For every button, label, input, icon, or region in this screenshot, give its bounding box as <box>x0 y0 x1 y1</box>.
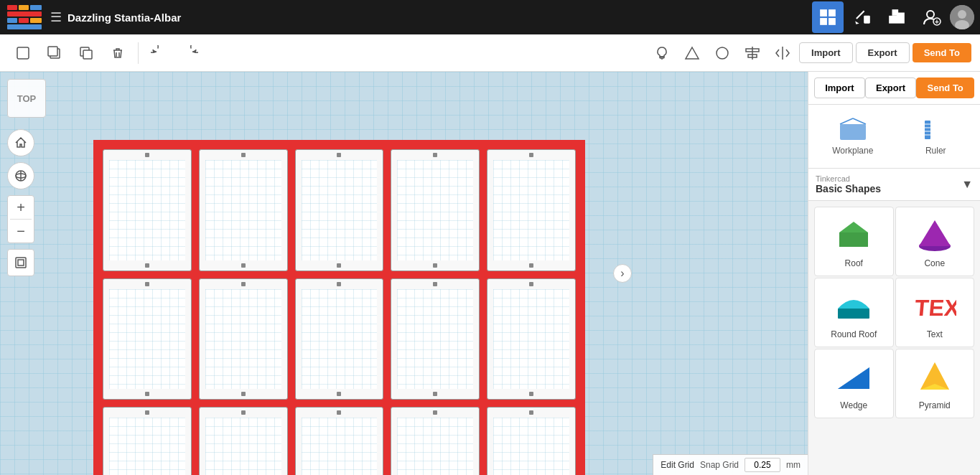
lightbulb-icon[interactable] <box>648 39 676 67</box>
svg-rect-16 <box>892 9 899 16</box>
undo-btn[interactable] <box>144 39 173 67</box>
svg-point-17 <box>927 11 934 18</box>
red-block <box>93 140 585 475</box>
zoom-out-btn[interactable]: − <box>8 220 34 243</box>
delete-btn[interactable] <box>103 39 132 67</box>
svg-rect-7 <box>30 18 42 23</box>
right-panel: Import Export Send To Workplane <box>808 72 980 475</box>
svg-rect-53 <box>838 309 869 319</box>
svg-rect-25 <box>48 47 57 56</box>
svg-rect-14 <box>889 16 897 24</box>
blocks-mode-btn[interactable] <box>881 1 913 33</box>
main-area: TOP <box>0 72 980 475</box>
home-btn[interactable] <box>7 129 34 156</box>
new-btn[interactable] <box>9 39 37 67</box>
list-icon[interactable]: ☰ <box>50 9 62 25</box>
redo-btn[interactable] <box>176 39 205 67</box>
svg-rect-13 <box>864 16 870 24</box>
shapes-header: Tinkercad Basic Shapes ▼ <box>808 169 980 201</box>
svg-rect-2 <box>19 5 29 10</box>
round-roof-icon <box>832 286 875 325</box>
roof-icon <box>832 215 875 254</box>
roof-label: Roof <box>845 258 863 268</box>
mirror-icon[interactable] <box>769 39 796 67</box>
svg-rect-8 <box>7 24 42 29</box>
circle-icon[interactable] <box>709 39 736 67</box>
svg-marker-52 <box>919 220 951 246</box>
cone-icon <box>913 215 956 254</box>
workplane-label: Workplane <box>832 146 873 156</box>
svg-point-31 <box>717 47 728 59</box>
svg-rect-6 <box>19 18 29 23</box>
edit-grid-label[interactable]: Edit Grid <box>661 460 694 470</box>
shapes-grid: Roof Cone <box>808 201 980 424</box>
add-user-btn[interactable]: + <box>915 1 947 33</box>
align-icon[interactable] <box>739 39 766 67</box>
wedge-label: Wedge <box>840 400 867 410</box>
svg-line-43 <box>853 118 866 124</box>
svg-text:+: + <box>935 18 939 26</box>
shape-icon[interactable] <box>678 39 706 67</box>
svg-rect-11 <box>820 18 827 25</box>
text-label: Text <box>927 329 943 339</box>
svg-rect-28 <box>660 57 664 58</box>
svg-rect-10 <box>829 9 836 17</box>
shapes-dropdown[interactable]: ▼ <box>961 178 973 191</box>
export-btn[interactable]: Export <box>856 42 910 63</box>
copy-btn[interactable] <box>40 39 69 67</box>
duplicate-btn[interactable] <box>72 39 101 67</box>
shape-item-wedge[interactable]: Wedge <box>814 349 894 418</box>
shape-item-text[interactable]: TEXT Text <box>895 278 975 347</box>
svg-rect-4 <box>7 11 42 17</box>
svg-rect-23 <box>17 47 29 59</box>
svg-rect-3 <box>30 5 42 10</box>
send-to-btn[interactable]: Send To <box>913 43 971 62</box>
build-mode-btn[interactable] <box>846 1 878 33</box>
grid-card <box>199 278 288 400</box>
orbit-btn[interactable] <box>7 162 34 189</box>
grid-card <box>103 278 192 400</box>
svg-rect-27 <box>83 50 92 59</box>
shape-item-round-roof[interactable]: Round Roof <box>814 278 894 347</box>
grid-card <box>391 278 480 400</box>
left-controls: + − <box>7 129 34 276</box>
fit-view-btn[interactable] <box>7 249 34 276</box>
ruler-btn[interactable]: Ruler <box>897 110 975 162</box>
top-view-label: TOP <box>7 79 46 118</box>
svg-text:TEXT: TEXT <box>913 295 956 321</box>
avatar[interactable] <box>950 5 974 29</box>
grid-card <box>391 407 480 475</box>
svg-rect-44 <box>925 121 930 139</box>
svg-marker-56 <box>838 367 869 389</box>
import-btn[interactable]: Import <box>799 42 852 63</box>
snap-value-input[interactable] <box>745 458 780 472</box>
workplane-btn[interactable]: Workplane <box>814 110 892 162</box>
toolbar: Import Export Send To <box>0 34 980 72</box>
right-send-btn[interactable]: Send To <box>916 77 974 98</box>
canvas-area[interactable]: TOP <box>0 72 808 475</box>
pyramid-icon <box>913 357 956 396</box>
right-import-btn[interactable]: Import <box>814 77 864 98</box>
wedge-icon <box>832 357 875 396</box>
grid-card <box>487 407 576 475</box>
bottom-status: Edit Grid Snap Grid mm <box>653 454 808 475</box>
nav-right: + <box>812 1 974 33</box>
svg-rect-39 <box>16 258 26 268</box>
zoom-in-btn[interactable]: + <box>8 196 34 219</box>
toolbar-right: Import Export Send To <box>648 39 971 67</box>
tinkercad-logo[interactable] <box>6 4 43 31</box>
shape-item-roof[interactable]: Roof <box>814 207 894 276</box>
next-arrow[interactable]: › <box>613 264 632 283</box>
right-top-actions: Import Export Send To <box>808 72 980 105</box>
grid-card <box>295 278 384 400</box>
svg-rect-9 <box>820 9 827 17</box>
grid-card <box>295 407 384 475</box>
shape-item-cone[interactable]: Cone <box>895 207 975 276</box>
zoom-group: + − <box>7 195 34 243</box>
right-export-btn[interactable]: Export <box>865 77 916 98</box>
shapes-title: Basic Shapes <box>816 183 881 194</box>
grid-card <box>199 149 288 271</box>
shape-item-pyramid[interactable]: Pyramid <box>895 349 975 418</box>
grid-view-btn[interactable] <box>812 1 844 33</box>
grid-card <box>199 407 288 475</box>
